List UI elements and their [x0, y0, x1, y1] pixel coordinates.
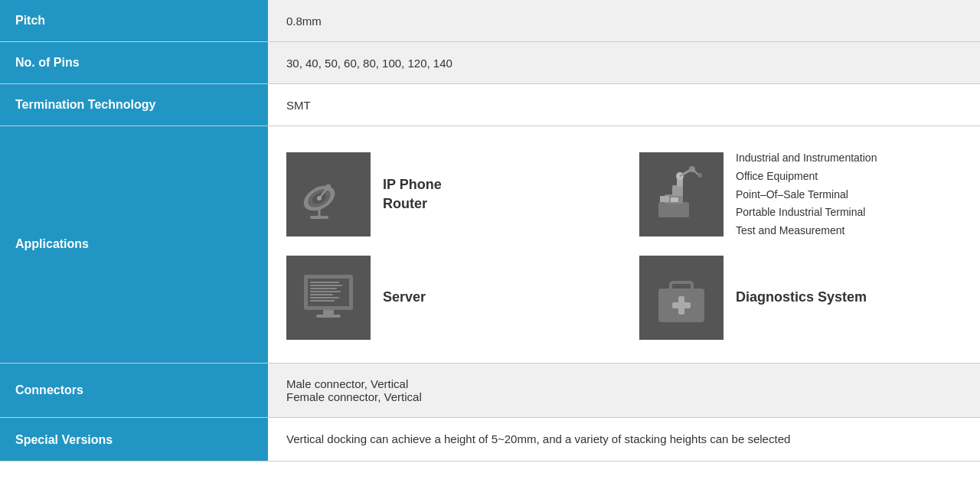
diagnostics-icon [639, 256, 724, 340]
svg-rect-28 [323, 310, 334, 315]
termination-technology-value: SMT [268, 84, 980, 126]
svg-rect-21 [310, 282, 339, 283]
special-versions-row: Special Versions Vertical docking can ac… [0, 417, 980, 461]
svg-rect-33 [672, 302, 691, 308]
special-versions-value: Vertical docking can achieve a height of… [268, 417, 980, 461]
app-item-diagnostics: Diagnostics System [639, 256, 962, 340]
svg-rect-23 [310, 288, 337, 289]
svg-rect-24 [310, 291, 341, 292]
ip-phone-label: IP PhoneRouter [383, 175, 442, 214]
svg-point-16 [697, 173, 702, 178]
svg-rect-7 [310, 216, 328, 219]
svg-rect-8 [658, 202, 689, 217]
svg-rect-29 [316, 315, 341, 318]
applications-grid: IP PhoneRouter [286, 149, 962, 340]
applications-row: Applications [0, 126, 980, 364]
diagnostics-label: Diagnostics System [736, 288, 867, 307]
connectors-value: Male connector, Vertical Female connecto… [268, 363, 980, 417]
svg-rect-10 [672, 185, 683, 196]
svg-rect-5 [326, 184, 331, 191]
server-icon-img [286, 256, 371, 340]
special-versions-label: Special Versions [0, 417, 268, 461]
no-of-pins-value: 30, 40, 50, 60, 80, 100, 120, 140 [268, 42, 980, 84]
pitch-value: 0.8mm [268, 0, 980, 42]
svg-rect-18 [671, 197, 678, 202]
svg-rect-27 [310, 300, 335, 302]
svg-rect-22 [310, 285, 342, 286]
industrial-icon [639, 152, 724, 236]
no-of-pins-label: No. of Pins [0, 42, 268, 84]
no-of-pins-row: No. of Pins 30, 40, 50, 60, 80, 100, 120… [0, 42, 980, 84]
app-item-ip-phone: IP PhoneRouter [286, 149, 609, 240]
satellite-icon [286, 152, 371, 236]
svg-rect-26 [310, 297, 339, 298]
termination-technology-label: Termination Technology [0, 84, 268, 126]
svg-rect-31 [671, 282, 692, 292]
connectors-row: Connectors Male connector, Vertical Fema… [0, 363, 980, 417]
connectors-label: Connectors [0, 363, 268, 417]
svg-rect-25 [310, 294, 333, 295]
applications-label: Applications [0, 126, 268, 364]
termination-technology-row: Termination Technology SMT [0, 84, 980, 126]
pitch-row: Pitch 0.8mm [0, 0, 980, 42]
app-item-server: Server [286, 256, 609, 340]
applications-content: IP PhoneRouter [268, 126, 980, 364]
app-item-industrial: Industrial and Instrumentation Office Eq… [639, 149, 962, 240]
industrial-list: Industrial and Instrumentation Office Eq… [736, 149, 877, 240]
pitch-label: Pitch [0, 0, 268, 42]
server-label: Server [383, 288, 426, 307]
svg-rect-17 [660, 196, 669, 202]
